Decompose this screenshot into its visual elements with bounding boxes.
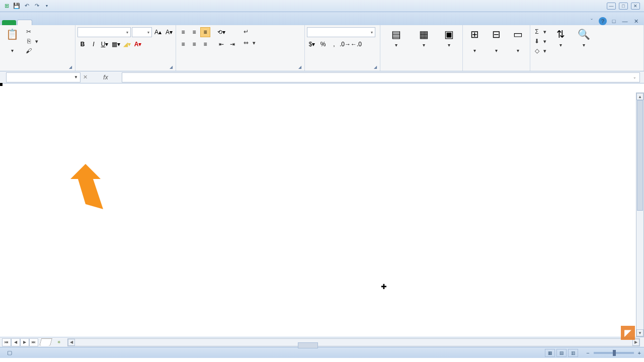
scroll-down-icon[interactable]: ▼ (636, 329, 643, 336)
tab-review[interactable] (89, 20, 103, 25)
scroll-up-icon[interactable]: ▲ (636, 93, 643, 100)
find-select-button[interactable]: 🔍 ▾ (574, 26, 594, 49)
shrink-font-icon[interactable]: A▾ (164, 27, 174, 37)
qat-dropdown-icon[interactable]: ▾ (42, 2, 51, 11)
comma-icon[interactable]: , (329, 39, 339, 49)
next-sheet-icon[interactable]: ▶ (20, 338, 29, 346)
grow-font-icon[interactable]: A▴ (153, 27, 163, 37)
close-button[interactable]: ✕ (631, 3, 640, 10)
delete-icon: ⊟ (490, 27, 504, 41)
scroll-left-icon[interactable]: ◀ (68, 339, 75, 346)
number-format-combo[interactable]: ▾ (307, 27, 375, 37)
sheet-tab[interactable] (39, 338, 52, 346)
prev-sheet-icon[interactable]: ◀ (11, 338, 20, 346)
delete-cells-button[interactable]: ⊟▾ (487, 26, 506, 54)
increase-decimal-icon[interactable]: .0→ (340, 39, 350, 49)
page-break-view-icon[interactable]: ▥ (568, 349, 578, 357)
paste-button[interactable]: 📋 ▾ (2, 26, 22, 54)
italic-button[interactable]: I (89, 39, 99, 49)
group-number: ▾ $▾ % , .0→ ←.0 ◢ (305, 25, 380, 71)
align-top-icon[interactable]: ≡ (178, 27, 188, 37)
align-bottom-icon[interactable]: ≡ (200, 27, 210, 37)
format-cells-button[interactable]: ▭▾ (508, 26, 528, 54)
maximize-button[interactable]: □ (619, 3, 628, 10)
format-as-table-button[interactable]: ▦ ▾ (412, 26, 436, 49)
dialog-launcher-icon[interactable]: ◢ (69, 65, 72, 69)
formula-bar[interactable]: ⌄ (122, 72, 640, 82)
decrease-decimal-icon[interactable]: ←.0 (351, 39, 361, 49)
worksheet-grid[interactable]: ▲ ▼ ✚ (0, 83, 644, 337)
cut-button[interactable]: ✂ (24, 27, 39, 36)
sort-filter-button[interactable]: ⇅ ▾ (550, 26, 571, 49)
chevron-down-icon[interactable]: ▼ (74, 75, 78, 79)
sigma-icon: Σ (533, 28, 540, 35)
increase-indent-icon[interactable]: ⇥ (227, 39, 237, 49)
window-mdi-min-icon[interactable]: — (621, 17, 629, 25)
last-sheet-icon[interactable]: ⏭ (29, 338, 38, 346)
normal-view-icon[interactable]: ▦ (545, 349, 555, 357)
font-color-button[interactable]: A▾ (133, 39, 143, 49)
orientation-icon[interactable]: ⟲▾ (216, 27, 226, 37)
align-middle-icon[interactable]: ≡ (189, 27, 199, 37)
help-icon[interactable]: ? (599, 17, 607, 25)
undo-icon[interactable]: ↶ (22, 2, 31, 11)
align-left-icon[interactable]: ≡ (178, 39, 188, 49)
minimize-ribbon-icon[interactable]: ˇ (588, 17, 596, 25)
save-icon[interactable]: 💾 (12, 2, 21, 11)
vertical-scrollbar[interactable]: ▲ ▼ (636, 93, 644, 337)
sheet-tab-bar: ⏮ ◀ ▶ ⏭ ✶ ◀ ▶ (0, 337, 644, 347)
fill-color-button[interactable]: ◢▾ (122, 39, 132, 49)
redo-icon[interactable]: ↷ (32, 2, 41, 11)
zoom-out-icon[interactable]: − (586, 350, 589, 356)
copy-button[interactable]: ⎘ ▾ (24, 37, 39, 46)
expand-formula-icon[interactable]: ⌄ (633, 75, 636, 79)
group-editing: Σ ▾ ⬇ ▾ ◇ ▾ ⇅ ▾ 🔍 ▾ (530, 25, 644, 71)
font-name-combo[interactable]: ▾ (77, 27, 131, 37)
autosum-button[interactable]: Σ ▾ (532, 27, 547, 36)
align-center-icon[interactable]: ≡ (189, 39, 199, 49)
dialog-launcher-icon[interactable]: ◢ (374, 65, 377, 69)
zoom-slider[interactable] (594, 352, 634, 354)
wrap-text-button[interactable]: ↵ (242, 27, 257, 36)
decrease-indent-icon[interactable]: ⇤ (216, 39, 226, 49)
dialog-launcher-icon[interactable]: ◢ (170, 65, 173, 69)
cancel-formula-icon[interactable]: ✕ (80, 73, 90, 82)
dialog-launcher-icon[interactable]: ◢ (298, 65, 301, 69)
insert-cells-button[interactable]: ⊞▾ (465, 26, 485, 54)
page-layout-view-icon[interactable]: ▤ (556, 349, 567, 357)
cell-styles-icon: ▣ (442, 27, 456, 41)
clear-button[interactable]: ◇ ▾ (532, 46, 547, 55)
conditional-formatting-button[interactable]: ▤ ▾ (382, 26, 410, 49)
underline-button[interactable]: U▾ (100, 39, 110, 49)
align-right-icon[interactable]: ≡ (200, 39, 210, 49)
format-painter-button[interactable]: 🖌 (24, 46, 39, 55)
cell-styles-button[interactable]: ▣ ▾ (438, 26, 460, 49)
percent-icon[interactable]: % (318, 39, 328, 49)
border-button[interactable]: ▦▾ (111, 39, 121, 49)
tab-home[interactable] (17, 20, 32, 25)
tab-view[interactable] (103, 20, 117, 25)
scroll-thumb[interactable] (637, 100, 643, 211)
first-sheet-icon[interactable]: ⏮ (2, 338, 11, 346)
window-mdi-close-icon[interactable]: ✕ (632, 17, 640, 25)
bold-button[interactable]: B (77, 39, 88, 49)
tab-insert[interactable] (32, 20, 46, 25)
horizontal-scrollbar[interactable]: ◀ ▶ (67, 338, 640, 346)
currency-icon[interactable]: $▾ (307, 39, 317, 49)
scroll-thumb[interactable] (298, 342, 318, 348)
tab-data[interactable] (74, 20, 89, 25)
macro-record-icon[interactable]: ▢ (7, 349, 12, 356)
merge-center-button[interactable]: ⇔ ▾ (242, 38, 257, 47)
name-box[interactable]: ▼ (6, 72, 80, 82)
fill-button[interactable]: ⬇ ▾ (532, 37, 547, 46)
fx-icon[interactable]: fx (90, 74, 122, 81)
zoom-in-icon[interactable]: + (638, 350, 641, 356)
new-sheet-icon[interactable]: ✶ (54, 339, 63, 346)
tab-formulas[interactable] (60, 20, 74, 25)
minimize-button[interactable]: — (607, 3, 616, 10)
tab-page-layout[interactable] (46, 20, 60, 25)
window-restore-icon[interactable]: □ (610, 17, 618, 25)
file-tab[interactable] (2, 20, 16, 25)
conditional-icon: ▤ (389, 27, 403, 41)
font-size-combo[interactable]: ▾ (132, 27, 152, 37)
